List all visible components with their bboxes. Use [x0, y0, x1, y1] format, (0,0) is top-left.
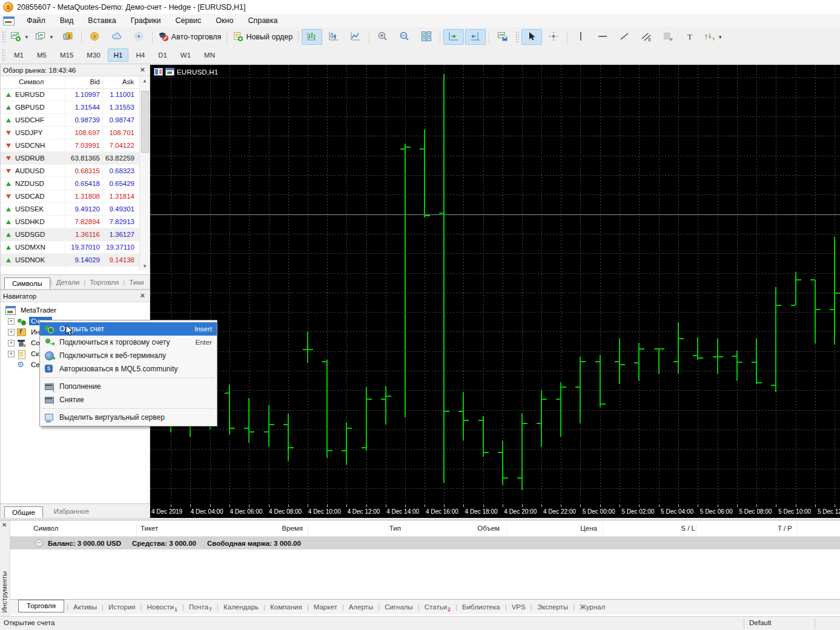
menu-item-4[interactable]: 5Авторизоваться в MQL5.community: [40, 362, 217, 376]
timeframe-mn[interactable]: MN: [198, 48, 221, 62]
menu-item-2[interactable]: ➜Подключиться к торговому счетуEnter: [40, 336, 217, 349]
toolbox-tab-календарь[interactable]: Календарь: [219, 602, 263, 612]
zoom-out-button[interactable]: [394, 29, 415, 45]
market-watch-row-usddkk[interactable]: USDDKK6.731186.73142: [1, 267, 140, 270]
market-watch-row-usdrub[interactable]: USDRUB63.8136563.82259: [1, 152, 140, 165]
cloud-button[interactable]: [107, 29, 127, 45]
text-tool-button[interactable]: T: [680, 29, 700, 45]
scroll-down-icon[interactable]: ▼: [140, 262, 150, 271]
timeframe-d1[interactable]: D1: [152, 48, 173, 62]
timeframe-m30[interactable]: M30: [81, 48, 106, 62]
menu-item-6[interactable]: ↓Пополнение: [40, 380, 217, 393]
timeframe-m1[interactable]: M1: [8, 48, 30, 62]
auto-scroll-button[interactable]: [443, 29, 464, 45]
toolbox-tab-компания[interactable]: Компания: [265, 602, 307, 612]
market-watch-column-header[interactable]: СимволBidAsk: [1, 76, 140, 89]
close-icon[interactable]: ✕: [138, 292, 147, 300]
toolbox-tab-vps[interactable]: VPS: [507, 602, 531, 612]
menu-item-7[interactable]: ↑Снятие: [40, 393, 217, 406]
market-watch-row-usdsek[interactable]: USDSEK9.491209.49301: [1, 203, 140, 216]
crosshair-tool-button[interactable]: [543, 29, 564, 45]
close-icon[interactable]: ✕: [2, 522, 7, 528]
scrollbar-thumb[interactable]: [141, 91, 149, 153]
expand-icon[interactable]: +: [8, 329, 15, 336]
app-window-icon[interactable]: [3, 16, 15, 25]
market-watch-row-gbpusd[interactable]: GBPUSD1.315441.31553: [1, 101, 140, 114]
toolbox-tab-маркет[interactable]: Маркет: [309, 602, 342, 612]
toolbox-tab-статьи[interactable]: Статьи2: [420, 602, 455, 612]
market-watch-row-eurusd[interactable]: EURUSD1.109971.11001: [1, 88, 140, 101]
trade-table-header[interactable]: СимволТикетВремяТипОбъемЦенаS / LT / P: [10, 523, 840, 537]
menu-item-графики[interactable]: Графики: [124, 15, 168, 27]
vertical-line-button[interactable]: [570, 29, 591, 45]
navigator-tab-2[interactable]: Избранное: [43, 506, 100, 518]
market-watch-tab-4[interactable]: Тики: [125, 277, 148, 289]
navigator-tab-1[interactable]: Общие: [4, 506, 43, 518]
chart-window[interactable]: EURUSD,H1 4 Dec 20194 Dec 04:004 Dec 06:…: [150, 65, 840, 518]
zoom-in-button[interactable]: [372, 29, 393, 45]
auto-trade-button[interactable]: Авто-торговля: [156, 29, 224, 45]
scroll-up-icon[interactable]: ▲: [140, 76, 150, 85]
market-watch-tab-3[interactable]: Торговля: [85, 277, 123, 289]
signals-button[interactable]: [128, 29, 149, 45]
chart-candles-button[interactable]: [323, 29, 344, 45]
toolbox-tab-алерты[interactable]: Алерты: [344, 602, 378, 612]
market-watch-tab-2[interactable]: Детали: [52, 277, 84, 289]
timeframe-h1[interactable]: H1: [108, 48, 129, 62]
cursor-tool-button[interactable]: [521, 29, 542, 45]
market-watch-row-usdnok[interactable]: USDNOK9.140299.14138: [1, 254, 140, 267]
toolbox-tab-активы[interactable]: Активы: [68, 602, 102, 612]
menu-item-справка[interactable]: Справка: [240, 15, 285, 27]
collapse-icon[interactable]: –: [35, 539, 43, 547]
toolbox-tab-новости[interactable]: Новости1: [142, 602, 183, 612]
market-watch-row-usdcad[interactable]: USDCAD1.318081.31814: [1, 190, 140, 203]
chart-line-button[interactable]: [345, 29, 366, 45]
menu-item-вставка[interactable]: Вставка: [81, 15, 123, 27]
templates-button[interactable]: [492, 29, 513, 45]
profile-selector[interactable]: Default: [749, 619, 771, 626]
menu-item-сервис[interactable]: Сервис: [168, 15, 209, 27]
market-watch-tab-1[interactable]: Символы: [4, 277, 50, 289]
menu-item-3[interactable]: ➜Подключиться к веб-терминалу: [40, 349, 217, 362]
mql5-market-button[interactable]: 5: [85, 29, 105, 45]
toolbox-tab-почта[interactable]: Почта7: [184, 602, 217, 612]
toolbox-tab-журнал[interactable]: Журнал: [575, 602, 610, 612]
timeframe-m15[interactable]: M15: [54, 48, 79, 62]
menu-item-файл[interactable]: Файл: [19, 15, 53, 27]
timeframe-m5[interactable]: M5: [31, 48, 53, 62]
chart-plot[interactable]: [150, 65, 840, 505]
equidistant-channel-button[interactable]: E: [636, 29, 656, 45]
menu-item-1[interactable]: +Открыть счетInsert: [40, 322, 217, 336]
toolbox-tab-торговля[interactable]: Торговля: [18, 600, 64, 612]
toolbox-tab-сигналы[interactable]: Сигналы: [380, 602, 418, 612]
toolbar-grip[interactable]: [515, 30, 519, 44]
market-watch-row-usdsgd[interactable]: USDSGD1.361161.36127: [1, 228, 140, 241]
market-watch-row-usdcnh[interactable]: USDCNH7.039917.04122: [1, 139, 140, 152]
toolbar-grip[interactable]: [1, 48, 5, 62]
menu-item-вид[interactable]: Вид: [53, 15, 81, 27]
navigator-root[interactable]: MetaTrader: [1, 305, 150, 316]
menu-item-9[interactable]: Выделить виртуальный сервер: [40, 411, 217, 424]
menu-item-окно[interactable]: Окно: [208, 15, 240, 27]
chart-time-axis[interactable]: 4 Dec 20194 Dec 04:004 Dec 06:004 Dec 08…: [150, 505, 840, 518]
fibonacci-button[interactable]: F: [658, 29, 678, 45]
market-watch-row-usdhkd[interactable]: USDHKD7.828947.82913: [1, 216, 140, 228]
shapes-button[interactable]: %▼: [701, 29, 725, 45]
market-watch-row-nzdusd[interactable]: NZDUSD0.654180.65429: [1, 177, 140, 190]
timeframe-h4[interactable]: H4: [130, 48, 151, 62]
chart-window-icon[interactable]: [154, 68, 163, 76]
toolbox-tab-эксперты[interactable]: Эксперты: [532, 602, 573, 612]
expand-icon[interactable]: +: [8, 351, 15, 357]
horizontal-line-button[interactable]: [592, 29, 613, 45]
toolbar-grip[interactable]: [1, 30, 5, 44]
new-order-button[interactable]: Новый ордер: [230, 29, 295, 45]
chart-bars-button[interactable]: [302, 29, 322, 45]
market-watch-row-usdmxn[interactable]: USDMXN19.3701019.37110: [1, 241, 140, 254]
toolbox-tab-библиотека[interactable]: Библиотека: [457, 602, 505, 612]
balance-row[interactable]: – Баланс: 3 000.00 USD Средства: 3 000.0…: [10, 537, 840, 549]
market-watch-scrollbar[interactable]: ▲ ▼: [139, 76, 150, 271]
new-chart-button[interactable]: ▼: [8, 29, 31, 45]
close-icon[interactable]: ✕: [138, 66, 147, 74]
market-watch-row-audusd[interactable]: AUDUSD0.683150.68323: [1, 165, 140, 177]
market-watch-row-usdjpy[interactable]: USDJPY108.697108.701: [1, 127, 140, 139]
